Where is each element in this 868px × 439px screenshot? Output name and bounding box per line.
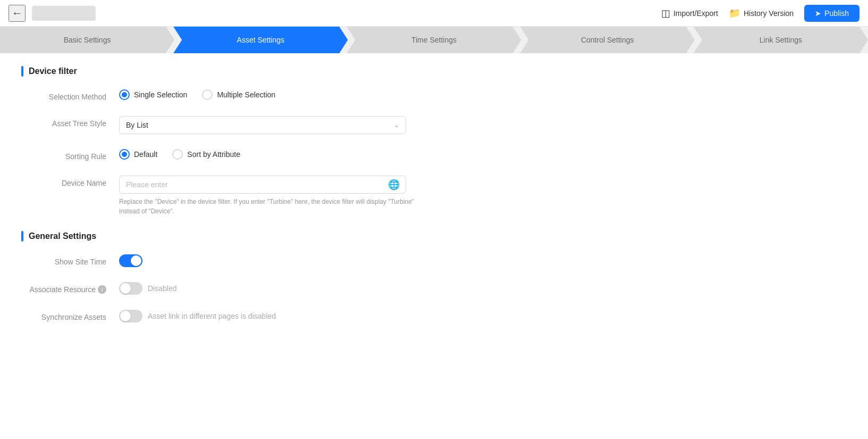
selection-method-label: Selection Method: [21, 89, 106, 101]
selection-method-row: Selection Method Single Selection Multip…: [21, 89, 457, 101]
synchronize-assets-toggle-wrapper: Asset link in different pages is disable…: [119, 310, 417, 322]
device-filter-title-text: Device filter: [29, 67, 77, 76]
sorting-rule-radio-group: Default Sort by Attribute: [119, 149, 417, 160]
step-asset-label: Asset Settings: [237, 36, 285, 44]
import-export-label: Import/Export: [673, 9, 718, 18]
publish-icon: ➤: [815, 9, 821, 18]
history-version-button[interactable]: 📁 History Version: [729, 7, 794, 19]
device-filter-section-title: Device filter: [21, 66, 457, 77]
device-name-input-wrapper: 🌐: [119, 176, 406, 194]
general-section-title-bar: [21, 231, 23, 242]
synchronize-assets-control: Asset link in different pages is disable…: [119, 310, 417, 322]
sorting-rule-control: Default Sort by Attribute: [119, 149, 417, 160]
device-name-control: 🌐 Replace the "Device" in the device fil…: [119, 176, 417, 216]
single-selection-radio-circle: [119, 89, 130, 100]
show-site-time-label: Show Site Time: [21, 254, 106, 266]
associate-resource-toggle[interactable]: [119, 282, 142, 295]
default-sort-label: Default: [134, 150, 157, 159]
device-name-row: Device Name 🌐 Replace the "Device" in th…: [21, 176, 457, 216]
default-sort-radio[interactable]: Default: [119, 149, 157, 160]
selection-method-control: Single Selection Multiple Selection: [119, 89, 417, 100]
step-time-label: Time Settings: [411, 36, 457, 44]
header: ← ◫ Import/Export 📁 History Version ➤ Pu…: [0, 0, 868, 27]
synchronize-assets-toggle[interactable]: [119, 310, 142, 322]
chevron-down-icon: ⌄: [394, 121, 399, 129]
globe-icon[interactable]: 🌐: [388, 179, 400, 190]
step-nav: Basic Settings Asset Settings Time Setti…: [0, 27, 868, 53]
main-content: Device filter Selection Method Single Se…: [0, 53, 478, 350]
associate-resource-toggle-wrapper: Disabled: [119, 282, 417, 295]
import-export-icon: ◫: [661, 7, 670, 19]
asset-tree-style-label: Asset Tree Style: [21, 116, 106, 128]
multiple-selection-label: Multiple Selection: [217, 90, 275, 99]
history-icon: 📁: [729, 7, 740, 19]
step-asset[interactable]: Asset Settings: [173, 27, 348, 53]
synchronize-assets-label: Synchronize Assets: [21, 310, 106, 321]
synchronize-assets-status: Asset link in different pages is disable…: [148, 312, 276, 320]
general-settings-section-title: General Settings: [21, 231, 457, 242]
import-export-button[interactable]: ◫ Import/Export: [661, 7, 718, 19]
header-actions: ◫ Import/Export 📁 History Version ➤ Publ…: [661, 5, 859, 22]
step-link-label: Link Settings: [760, 36, 802, 44]
sort-by-attribute-radio[interactable]: Sort by Attribute: [172, 149, 240, 160]
back-icon: ←: [12, 7, 22, 19]
step-basic[interactable]: Basic Settings: [0, 27, 174, 53]
back-button[interactable]: ←: [9, 5, 26, 22]
show-site-time-control: [119, 254, 417, 267]
show-site-time-row: Show Site Time: [21, 254, 457, 267]
asset-tree-style-control: By List ⌄: [119, 116, 417, 134]
default-sort-radio-circle: [119, 149, 130, 160]
publish-label: Publish: [824, 9, 849, 18]
step-link[interactable]: Link Settings: [694, 27, 868, 53]
section-title-bar: [21, 66, 23, 77]
asset-tree-style-value: By List: [126, 121, 148, 129]
sort-by-attribute-label: Sort by Attribute: [187, 150, 240, 159]
single-selection-label: Single Selection: [134, 90, 187, 99]
step-control[interactable]: Control Settings: [520, 27, 695, 53]
synchronize-assets-row: Synchronize Assets Asset link in differe…: [21, 310, 457, 322]
associate-resource-status: Disabled: [148, 284, 176, 293]
step-time[interactable]: Time Settings: [347, 27, 521, 53]
asset-tree-style-row: Asset Tree Style By List ⌄: [21, 116, 457, 134]
logo: [32, 6, 96, 21]
sorting-rule-row: Sorting Rule Default Sort by Attribute: [21, 149, 457, 161]
asset-tree-style-select[interactable]: By List ⌄: [119, 116, 406, 134]
step-control-label: Control Settings: [581, 36, 634, 44]
associate-resource-control: Disabled: [119, 282, 417, 295]
publish-button[interactable]: ➤ Publish: [804, 5, 859, 22]
multiple-selection-radio[interactable]: Multiple Selection: [202, 89, 275, 100]
device-name-input[interactable]: [119, 176, 406, 194]
single-selection-radio[interactable]: Single Selection: [119, 89, 187, 100]
associate-resource-info-icon[interactable]: i: [98, 285, 106, 294]
device-name-label: Device Name: [21, 176, 106, 187]
device-name-hint: Replace the "Device" in the device filte…: [119, 197, 417, 216]
sorting-rule-label: Sorting Rule: [21, 149, 106, 161]
associate-resource-label: Associate Resource i: [21, 282, 106, 294]
multiple-selection-radio-circle: [202, 89, 213, 100]
step-basic-label: Basic Settings: [64, 36, 111, 44]
history-version-label: History Version: [744, 9, 794, 18]
selection-method-radio-group: Single Selection Multiple Selection: [119, 89, 417, 100]
show-site-time-toggle[interactable]: [119, 254, 142, 267]
associate-resource-row: Associate Resource i Disabled: [21, 282, 457, 295]
general-settings-title-text: General Settings: [29, 231, 96, 241]
sort-by-attribute-radio-circle: [172, 149, 183, 160]
